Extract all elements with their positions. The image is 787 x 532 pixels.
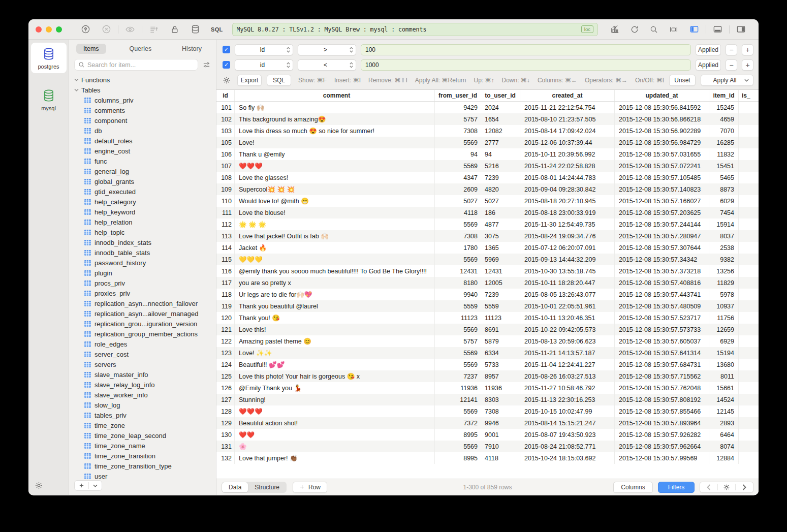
toggle-left-panel-icon[interactable]	[689, 24, 700, 34]
table-row[interactable]: 112 🌟 🌟 🌟 5569 4877 2015-11-30 12:54:49.…	[216, 218, 759, 230]
zoom-window-button[interactable]	[56, 26, 62, 33]
refresh-icon[interactable]	[630, 25, 639, 34]
table-row[interactable]: 131 🌸 5569 7910 2015-08-24 21:08:52.771 …	[216, 441, 759, 452]
applied-button[interactable]: Applied	[696, 44, 721, 55]
sidebar-table-item[interactable]: gtid_executed	[69, 186, 216, 197]
sidebar-table-item[interactable]: help_category	[69, 197, 216, 207]
column-header-id[interactable]: id	[216, 90, 235, 101]
export-button[interactable]: Export	[237, 75, 262, 86]
table-row[interactable]: 116 @emily thank you soooo much beautifu…	[216, 265, 759, 277]
sidebar-table-item[interactable]: help_keyword	[69, 207, 216, 217]
remove-filter-button[interactable]: −	[726, 59, 737, 71]
applied-button[interactable]: Applied	[696, 59, 721, 71]
sidebar-table-item[interactable]: server_cost	[69, 349, 216, 359]
sidebar-table-item[interactable]: plugin	[69, 268, 216, 278]
table-row[interactable]: 108 Love the glasses! 4347 7239 2015-08-…	[216, 172, 759, 183]
tree-section-functions[interactable]: Functions	[69, 75, 216, 85]
sql-editor-icon[interactable]: SQL	[211, 26, 223, 33]
structure-tab[interactable]: Structure	[248, 482, 286, 492]
settings-gear-icon[interactable]	[35, 481, 43, 490]
search-icon[interactable]	[649, 25, 658, 34]
table-row[interactable]: 115 💛💛💛 5569 5969 2015-09-13 14:44:32.20…	[216, 254, 759, 265]
filter-operator-select[interactable]: >	[298, 44, 356, 55]
sidebar-table-item[interactable]: procs_priv	[69, 278, 216, 288]
sidebar-table-item[interactable]: default_roles	[69, 136, 216, 146]
table-row[interactable]: 101 So fly 🙌🏼 9429 2024 2015-11-21 22:12…	[216, 102, 759, 113]
minimize-window-button[interactable]	[46, 26, 52, 33]
sidebar-table-item[interactable]: db	[69, 126, 216, 136]
sidebar-table-item[interactable]: tables_priv	[69, 410, 216, 420]
toggle-bottom-panel-icon[interactable]	[712, 24, 723, 34]
filter-settings-gear-icon[interactable]	[223, 76, 231, 84]
sidebar-table-item[interactable]: time_zone_leap_second	[69, 430, 216, 441]
table-row[interactable]: 118 Ur legs are to die for🙌🏻💖 9940 7239 …	[216, 289, 759, 300]
sidebar-table-item[interactable]: time_zone_name	[69, 441, 216, 451]
add-filter-button[interactable]: +	[742, 44, 753, 55]
toggle-right-panel-icon[interactable]	[736, 24, 746, 34]
column-header-created-at[interactable]: created_at	[520, 90, 615, 101]
sidebar-table-item[interactable]: innodb_index_stats	[69, 237, 216, 247]
tree-section-tables[interactable]: Tables	[69, 85, 216, 95]
focus-mode-icon[interactable]	[669, 25, 679, 34]
sidebar-table-item[interactable]: user	[69, 471, 216, 481]
column-header-comment[interactable]: comment	[235, 90, 435, 101]
table-row[interactable]: 107 ❤️❤️❤️ 5569 5216 2015-11-24 22:02:58…	[216, 160, 759, 172]
table-row[interactable]: 132 Love that jumper! 👏🏾 8995 4118 2015-…	[216, 452, 759, 464]
column-header-updated-at[interactable]: updated_at	[615, 90, 709, 101]
sidebar-table-item[interactable]: replication_asyn...ailover_managed	[69, 308, 216, 319]
sql-button[interactable]: SQL	[267, 75, 291, 86]
table-row[interactable]: 126 @Emily Thank you 💃 11936 11936 2015-…	[216, 382, 759, 394]
sidebar-table-item[interactable]: replication_group_member_actions	[69, 329, 216, 339]
column-header-from-user-id[interactable]: from_user_id	[435, 90, 481, 101]
filter-enabled-checkbox[interactable]: ✓	[223, 61, 230, 69]
connection-postgres[interactable]: postgres	[31, 43, 67, 73]
table-row[interactable]: 129 Beautiful action shot! 7372 9946 201…	[216, 417, 759, 429]
sidebar-table-item[interactable]: global_grants	[69, 176, 216, 186]
next-page-icon[interactable]	[736, 482, 753, 492]
sidebar-table-item[interactable]: replication_asyn...nnection_failover	[69, 298, 216, 308]
table-row[interactable]: 111 Love the blouse! 4118 186 2015-08-18…	[216, 207, 759, 218]
filter-operator-select[interactable]: <	[298, 59, 356, 71]
filter-sliders-icon[interactable]	[202, 61, 211, 69]
tab-items[interactable]: Items	[76, 44, 106, 54]
lock-icon[interactable]	[170, 25, 179, 34]
filter-column-select[interactable]: id	[235, 59, 293, 71]
table-row[interactable]: 117 you are so pretty x 8180 12005 2015-…	[216, 277, 759, 289]
sidebar-table-item[interactable]: time_zone	[69, 420, 216, 430]
unset-button[interactable]: Unset	[669, 75, 696, 86]
table-row[interactable]: 119 Thank you beautiful @laurel 5559 555…	[216, 300, 759, 312]
table-row[interactable]: 109 Supercool💥 💥 💥 2609 4820 2015-09-04 …	[216, 183, 759, 195]
database-icon[interactable]	[191, 24, 200, 34]
table-row[interactable]: 124 Beautiful!! 💕💕 5569 5733 2015-11-04 …	[216, 359, 759, 370]
disconnect-icon[interactable]	[102, 24, 111, 34]
sidebar-table-item[interactable]: component	[69, 115, 216, 126]
table-row[interactable]: 102 This background is amazing😍 5757 165…	[216, 113, 759, 125]
filter-value-input[interactable]: 100	[361, 44, 691, 55]
table-row[interactable]: 128 ❤️❤️❤️ 5569 7308 2015-10-15 10:02:47…	[216, 405, 759, 417]
table-row[interactable]: 114 Jacket 🔥 1780 1365 2015-07-12 06:20:…	[216, 242, 759, 254]
close-window-button[interactable]	[36, 26, 42, 33]
filters-button[interactable]: Filters	[658, 482, 695, 493]
connection-mysql[interactable]: mysql	[31, 84, 67, 115]
table-row[interactable]: 125 Love this photo! Your hair is gorgeo…	[216, 370, 759, 382]
preview-eye-icon[interactable]	[125, 24, 135, 35]
tab-history[interactable]: History	[175, 44, 209, 54]
filter-enabled-checkbox[interactable]: ✓	[223, 46, 230, 53]
filter-column-select[interactable]: id	[235, 44, 293, 55]
sidebar-table-item[interactable]: slave_relay_log_info	[69, 380, 216, 390]
sidebar-table-item[interactable]: servers	[69, 359, 216, 369]
table-row[interactable]: 110 Would love to! @mith 😁 5027 5027 201…	[216, 195, 759, 207]
table-row[interactable]: 127 Stunning! 12141 8303 2015-11-13 22:3…	[216, 394, 759, 405]
sidebar-table-item[interactable]: comments	[69, 105, 216, 115]
column-header-item-id[interactable]: item_id	[709, 90, 739, 101]
table-row[interactable]: 120 Thank you! 😘 11123 11123 2015-10-11 …	[216, 312, 759, 324]
sidebar-table-item[interactable]: general_log	[69, 166, 216, 176]
sidebar-table-item[interactable]: slave_master_info	[69, 369, 216, 380]
sidebar-table-item[interactable]: password_history	[69, 258, 216, 268]
add-item-menu-button[interactable]	[89, 481, 102, 490]
item-search-input[interactable]: Search for item...	[74, 59, 198, 71]
sidebar-table-item[interactable]: proxies_priv	[69, 288, 216, 298]
table-row[interactable]: 123 Love! ✨✨ 5569 6334 2015-11-21 14:13:…	[216, 347, 759, 359]
chart-icon[interactable]	[610, 24, 620, 34]
sidebar-table-item[interactable]: time_zone_transition	[69, 451, 216, 461]
